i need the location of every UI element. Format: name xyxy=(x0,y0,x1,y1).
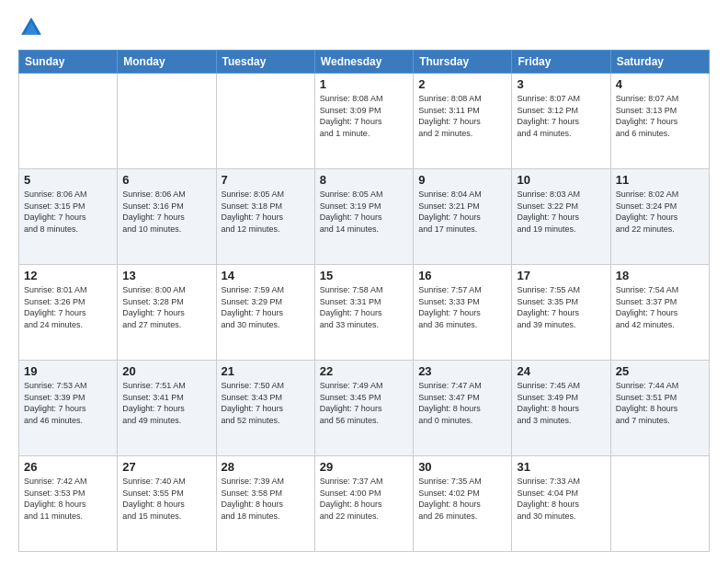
page: SundayMondayTuesdayWednesdayThursdayFrid… xyxy=(0,0,728,563)
day-number: 24 xyxy=(517,364,605,378)
day-number: 21 xyxy=(222,364,310,378)
day-cell-22: 22Sunrise: 7:49 AM Sunset: 3:45 PM Dayli… xyxy=(314,361,413,456)
day-number: 14 xyxy=(222,269,310,282)
day-info: Sunrise: 7:45 AM Sunset: 3:49 PM Dayligh… xyxy=(517,380,605,426)
day-cell-8: 8Sunrise: 8:05 AM Sunset: 3:19 PM Daylig… xyxy=(314,169,413,265)
header-cell-wednesday: Wednesday xyxy=(314,51,413,74)
day-cell-23: 23Sunrise: 7:47 AM Sunset: 3:47 PM Dayli… xyxy=(414,361,512,456)
day-info: Sunrise: 8:07 AM Sunset: 3:12 PM Dayligh… xyxy=(517,93,605,139)
day-cell-13: 13Sunrise: 8:00 AM Sunset: 3:28 PM Dayli… xyxy=(118,265,216,361)
day-number: 10 xyxy=(517,173,605,187)
day-number: 6 xyxy=(122,173,210,187)
header-cell-saturday: Saturday xyxy=(610,51,709,74)
day-number: 22 xyxy=(320,364,408,378)
day-cell-9: 9Sunrise: 8:04 AM Sunset: 3:21 PM Daylig… xyxy=(414,169,512,265)
day-cell-19: 19Sunrise: 7:53 AM Sunset: 3:39 PM Dayli… xyxy=(19,361,118,456)
empty-cell xyxy=(610,456,709,552)
day-cell-5: 5Sunrise: 8:06 AM Sunset: 3:15 PM Daylig… xyxy=(19,169,118,265)
day-cell-18: 18Sunrise: 7:54 AM Sunset: 3:37 PM Dayli… xyxy=(610,265,709,361)
week-row-3: 12Sunrise: 8:01 AM Sunset: 3:26 PM Dayli… xyxy=(19,265,710,361)
day-info: Sunrise: 7:35 AM Sunset: 4:02 PM Dayligh… xyxy=(418,476,506,522)
day-cell-28: 28Sunrise: 7:39 AM Sunset: 3:58 PM Dayli… xyxy=(216,456,314,552)
day-cell-3: 3Sunrise: 8:07 AM Sunset: 3:12 PM Daylig… xyxy=(512,74,610,169)
day-number: 20 xyxy=(122,364,210,378)
day-cell-30: 30Sunrise: 7:35 AM Sunset: 4:02 PM Dayli… xyxy=(414,456,512,552)
day-number: 29 xyxy=(320,460,408,474)
day-cell-4: 4Sunrise: 8:07 AM Sunset: 3:13 PM Daylig… xyxy=(610,74,709,169)
day-number: 3 xyxy=(517,77,605,91)
day-cell-24: 24Sunrise: 7:45 AM Sunset: 3:49 PM Dayli… xyxy=(512,361,610,456)
day-info: Sunrise: 7:44 AM Sunset: 3:51 PM Dayligh… xyxy=(616,380,704,426)
header-row: SundayMondayTuesdayWednesdayThursdayFrid… xyxy=(19,51,710,74)
header xyxy=(18,15,710,40)
day-info: Sunrise: 7:50 AM Sunset: 3:43 PM Dayligh… xyxy=(222,380,310,426)
day-cell-11: 11Sunrise: 8:02 AM Sunset: 3:24 PM Dayli… xyxy=(610,169,709,265)
day-info: Sunrise: 7:54 AM Sunset: 3:37 PM Dayligh… xyxy=(616,284,704,330)
day-cell-12: 12Sunrise: 8:01 AM Sunset: 3:26 PM Dayli… xyxy=(19,265,118,361)
day-number: 2 xyxy=(418,77,506,91)
empty-cell xyxy=(216,74,314,169)
day-info: Sunrise: 8:03 AM Sunset: 3:22 PM Dayligh… xyxy=(517,189,605,235)
day-cell-26: 26Sunrise: 7:42 AM Sunset: 3:53 PM Dayli… xyxy=(19,456,118,552)
day-cell-6: 6Sunrise: 8:06 AM Sunset: 3:16 PM Daylig… xyxy=(118,169,216,265)
day-number: 5 xyxy=(24,173,112,187)
day-cell-2: 2Sunrise: 8:08 AM Sunset: 3:11 PM Daylig… xyxy=(414,74,512,169)
day-info: Sunrise: 7:42 AM Sunset: 3:53 PM Dayligh… xyxy=(24,476,112,522)
week-row-5: 26Sunrise: 7:42 AM Sunset: 3:53 PM Dayli… xyxy=(19,456,710,552)
header-cell-monday: Monday xyxy=(118,51,216,74)
day-info: Sunrise: 7:55 AM Sunset: 3:35 PM Dayligh… xyxy=(517,284,605,330)
day-info: Sunrise: 7:58 AM Sunset: 3:31 PM Dayligh… xyxy=(320,284,408,330)
day-info: Sunrise: 8:08 AM Sunset: 3:09 PM Dayligh… xyxy=(320,93,408,139)
logo xyxy=(18,15,48,40)
header-cell-thursday: Thursday xyxy=(414,51,512,74)
calendar-body: 1Sunrise: 8:08 AM Sunset: 3:09 PM Daylig… xyxy=(19,74,710,552)
day-info: Sunrise: 8:01 AM Sunset: 3:26 PM Dayligh… xyxy=(24,284,112,330)
header-cell-friday: Friday xyxy=(512,51,610,74)
day-info: Sunrise: 7:33 AM Sunset: 4:04 PM Dayligh… xyxy=(517,476,605,522)
day-info: Sunrise: 7:49 AM Sunset: 3:45 PM Dayligh… xyxy=(320,380,408,426)
day-info: Sunrise: 7:47 AM Sunset: 3:47 PM Dayligh… xyxy=(418,380,506,426)
logo-icon xyxy=(18,15,44,40)
day-number: 18 xyxy=(616,269,704,282)
day-number: 8 xyxy=(320,173,408,187)
day-info: Sunrise: 8:02 AM Sunset: 3:24 PM Dayligh… xyxy=(616,189,704,235)
day-info: Sunrise: 8:05 AM Sunset: 3:18 PM Dayligh… xyxy=(222,189,310,235)
day-cell-15: 15Sunrise: 7:58 AM Sunset: 3:31 PM Dayli… xyxy=(314,265,413,361)
day-info: Sunrise: 8:05 AM Sunset: 3:19 PM Dayligh… xyxy=(320,189,408,235)
day-info: Sunrise: 7:53 AM Sunset: 3:39 PM Dayligh… xyxy=(24,380,112,426)
day-number: 30 xyxy=(418,460,506,474)
empty-cell xyxy=(118,74,216,169)
day-number: 23 xyxy=(418,364,506,378)
header-cell-tuesday: Tuesday xyxy=(216,51,314,74)
day-info: Sunrise: 7:39 AM Sunset: 3:58 PM Dayligh… xyxy=(222,476,310,522)
day-cell-1: 1Sunrise: 8:08 AM Sunset: 3:09 PM Daylig… xyxy=(314,74,413,169)
day-info: Sunrise: 8:04 AM Sunset: 3:21 PM Dayligh… xyxy=(418,189,506,235)
day-info: Sunrise: 7:59 AM Sunset: 3:29 PM Dayligh… xyxy=(222,284,310,330)
day-number: 15 xyxy=(320,269,408,282)
day-number: 7 xyxy=(222,173,310,187)
day-info: Sunrise: 7:51 AM Sunset: 3:41 PM Dayligh… xyxy=(122,380,210,426)
day-number: 17 xyxy=(517,269,605,282)
day-cell-31: 31Sunrise: 7:33 AM Sunset: 4:04 PM Dayli… xyxy=(512,456,610,552)
day-cell-25: 25Sunrise: 7:44 AM Sunset: 3:51 PM Dayli… xyxy=(610,361,709,456)
header-cell-sunday: Sunday xyxy=(19,51,118,74)
week-row-4: 19Sunrise: 7:53 AM Sunset: 3:39 PM Dayli… xyxy=(19,361,710,456)
day-info: Sunrise: 8:00 AM Sunset: 3:28 PM Dayligh… xyxy=(122,284,210,330)
day-cell-21: 21Sunrise: 7:50 AM Sunset: 3:43 PM Dayli… xyxy=(216,361,314,456)
day-cell-7: 7Sunrise: 8:05 AM Sunset: 3:18 PM Daylig… xyxy=(216,169,314,265)
day-cell-29: 29Sunrise: 7:37 AM Sunset: 4:00 PM Dayli… xyxy=(314,456,413,552)
day-number: 26 xyxy=(24,460,112,474)
day-info: Sunrise: 7:57 AM Sunset: 3:33 PM Dayligh… xyxy=(418,284,506,330)
day-number: 31 xyxy=(517,460,605,474)
day-info: Sunrise: 8:06 AM Sunset: 3:15 PM Dayligh… xyxy=(24,189,112,235)
day-info: Sunrise: 8:07 AM Sunset: 3:13 PM Dayligh… xyxy=(616,93,704,139)
day-number: 13 xyxy=(122,269,210,282)
day-number: 25 xyxy=(616,364,704,378)
day-cell-16: 16Sunrise: 7:57 AM Sunset: 3:33 PM Dayli… xyxy=(414,265,512,361)
week-row-2: 5Sunrise: 8:06 AM Sunset: 3:15 PM Daylig… xyxy=(19,169,710,265)
empty-cell xyxy=(19,74,118,169)
day-number: 9 xyxy=(418,173,506,187)
day-number: 4 xyxy=(616,77,704,91)
calendar-table: SundayMondayTuesdayWednesdayThursdayFrid… xyxy=(18,50,710,552)
calendar-header: SundayMondayTuesdayWednesdayThursdayFrid… xyxy=(19,51,710,74)
